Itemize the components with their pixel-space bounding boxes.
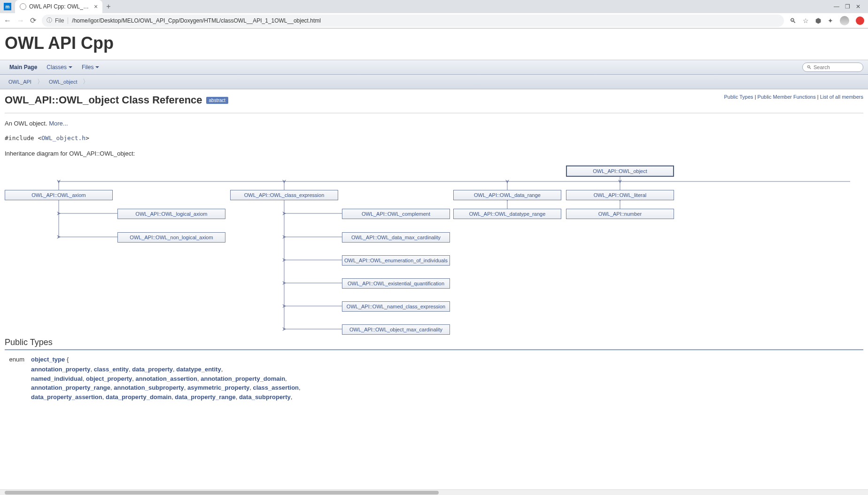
zoom-icon[interactable]: 🔍︎ [790, 17, 796, 24]
nav-tabs: Main Page Classes Files 🔍︎ [0, 60, 868, 75]
search-input[interactable] [814, 64, 860, 70]
enum-value-link[interactable]: data_property_range [175, 393, 235, 401]
include-prefix: #include < [5, 134, 41, 141]
tab-classes[interactable]: Classes [42, 60, 77, 74]
node-logical-axiom[interactable]: OWL_API::OWL_logical_axiom [117, 209, 225, 219]
enum-value-link[interactable]: annotation_property_range [31, 384, 110, 391]
extension-icon[interactable]: ⬢ [815, 17, 821, 24]
url-text: /home/igor/Desktop/MELO/OWL_API_Cpp/Doxy… [72, 17, 321, 24]
enum-value-link[interactable]: datatype_entity [176, 366, 221, 373]
content: OWL_API::OWL_object Class Reference abst… [0, 89, 868, 406]
tab-bar: m OWL API Cpp: OWL_API:: × + — ❐ ✕ [0, 0, 868, 13]
profile-dot-icon[interactable] [856, 16, 864, 25]
url-scheme: File [55, 17, 68, 24]
toolbar-icons: 🔍︎ ☆ ⬢ ✦ [790, 16, 864, 25]
node-enumeration-individuals[interactable]: OWL_API::OWL_enumeration_of_individuals [342, 255, 450, 266]
public-types-header: Public Types [5, 336, 863, 350]
app-icon: m [4, 3, 11, 10]
forward-icon: → [17, 16, 24, 25]
description: An OWL object. More... [5, 120, 863, 127]
enum-value-link[interactable]: data_property [132, 366, 173, 373]
enum-value-link[interactable]: data_property_domain [106, 393, 171, 401]
include-file-link[interactable]: OWL_object.h [41, 134, 85, 141]
abstract-badge: abstract [206, 97, 229, 104]
enum-value-link[interactable]: class_entity [94, 366, 129, 373]
search-icon: 🔍︎ [806, 64, 812, 70]
enum-value-link[interactable]: asymmetric_property [187, 384, 249, 391]
link-public-types[interactable]: Public Types [724, 94, 753, 100]
tab-files-label: Files [82, 64, 93, 71]
class-title-text: OWL_API::OWL_object Class Reference [5, 94, 202, 106]
types-table: enum object_type { [5, 354, 863, 365]
nav-buttons: ← → ⟳ [4, 16, 36, 25]
project-title: OWL API Cpp [0, 29, 868, 60]
breadcrumb: OWL_API 〉 OWL_object 〉 [0, 75, 868, 89]
node-owl-object[interactable]: OWL_API::OWL_object [566, 165, 674, 177]
node-owl-class-expression[interactable]: OWL_API::OWL_class_expression [230, 190, 338, 200]
tab-classes-label: Classes [46, 64, 67, 71]
window-controls: — ❐ ✕ [834, 3, 864, 10]
url-bar[interactable]: ⓘ File /home/igor/Desktop/MELO/OWL_API_C… [42, 15, 784, 27]
new-tab-button[interactable]: + [106, 2, 110, 11]
node-owl-data-range[interactable]: OWL_API::OWL_data_range [453, 190, 561, 200]
tab-files[interactable]: Files [77, 60, 104, 74]
enum-value-link[interactable]: annotation_property_domain [201, 375, 285, 382]
breadcrumb-namespace[interactable]: OWL_API [5, 78, 35, 86]
node-existential-quantification[interactable]: OWL_API::OWL_existential_quantification [342, 278, 450, 289]
node-data-max-cardinality[interactable]: OWL_API::OWL_data_max_cardinality [342, 232, 450, 243]
node-datatype-range[interactable]: OWL_API::OWL_datatype_range [453, 209, 561, 219]
quicklinks: Public Types | Public Member Functions |… [724, 94, 863, 100]
chevron-down-icon [95, 66, 99, 68]
inheritance-diagram: OWL_API::OWL_object OWL_API::OWL_axiom O… [5, 162, 868, 336]
more-link[interactable]: More... [49, 120, 68, 127]
minimize-icon[interactable]: — [834, 3, 839, 10]
enum-value-link[interactable]: class_assertion [253, 384, 299, 391]
info-icon[interactable]: ⓘ [46, 16, 52, 24]
class-title: OWL_API::OWL_object Class Reference abst… [5, 94, 228, 106]
chevron-down-icon [69, 66, 72, 68]
tab-main-page[interactable]: Main Page [5, 60, 42, 74]
tab-title: OWL API Cpp: OWL_API:: [29, 3, 90, 10]
breadcrumb-sep: 〉 [37, 78, 43, 86]
close-window-icon[interactable]: ✕ [856, 3, 860, 10]
avatar-icon[interactable] [840, 16, 849, 25]
reload-icon[interactable]: ⟳ [30, 16, 36, 25]
link-public-member-functions[interactable]: Public Member Functions [758, 94, 816, 100]
browser-chrome: m OWL API Cpp: OWL_API:: × + — ❐ ✕ ← → ⟳… [0, 0, 868, 29]
node-owl-literal[interactable]: OWL_API::OWL_literal [566, 190, 674, 200]
back-icon[interactable]: ← [4, 16, 11, 25]
address-bar: ← → ⟳ ⓘ File /home/igor/Desktop/MELO/OWL… [0, 13, 868, 28]
inheritance-label: Inheritance diagram for OWL_API::OWL_obj… [5, 150, 863, 157]
node-named-class-expression[interactable]: OWL_API::OWL_named_class_expression [342, 301, 450, 312]
include-line: #include <OWL_object.h> [5, 134, 863, 141]
enum-value-link[interactable]: object_property [86, 375, 132, 382]
star-icon[interactable]: ☆ [803, 17, 809, 24]
enum-value-link[interactable]: named_individual [31, 375, 83, 382]
enum-value-link[interactable]: annotation_subproperty [114, 384, 184, 391]
scrollbar-thumb[interactable] [5, 491, 439, 495]
maximize-icon[interactable]: ❐ [845, 3, 850, 10]
enum-value-link[interactable]: annotation_assertion [136, 375, 197, 382]
globe-icon [20, 3, 26, 10]
enum-value-link[interactable]: data_subproperty [239, 393, 291, 401]
extensions-icon[interactable]: ✦ [828, 17, 833, 24]
breadcrumb-sep: 〉 [83, 78, 89, 86]
node-complement[interactable]: OWL_API::OWL_complement [342, 209, 450, 219]
include-suffix: > [85, 134, 89, 141]
node-number[interactable]: OWL_API::number [566, 209, 674, 219]
node-object-max-cardinality[interactable]: OWL_API::OWL_object_max_cardinality [342, 324, 450, 335]
close-icon[interactable]: × [94, 3, 98, 10]
horizontal-scrollbar[interactable] [0, 489, 868, 495]
enum-name-link[interactable]: object_type [31, 356, 65, 363]
browser-tab[interactable]: OWL API Cpp: OWL_API:: × [15, 0, 102, 13]
desc-text: An OWL object. [5, 120, 49, 127]
breadcrumb-class[interactable]: OWL_object [45, 78, 81, 86]
enum-keyword: enum [6, 355, 28, 364]
page-viewport[interactable]: OWL API Cpp Main Page Classes Files 🔍︎ O… [0, 29, 868, 495]
node-non-logical-axiom[interactable]: OWL_API::OWL_non_logical_axiom [117, 232, 225, 243]
enum-value-link[interactable]: data_property_assertion [31, 393, 102, 401]
node-owl-axiom[interactable]: OWL_API::OWL_axiom [5, 190, 113, 200]
search-box[interactable]: 🔍︎ [802, 63, 863, 72]
enum-value-link[interactable]: annotation_property [31, 366, 90, 373]
link-list-all-members[interactable]: List of all members [820, 94, 863, 100]
